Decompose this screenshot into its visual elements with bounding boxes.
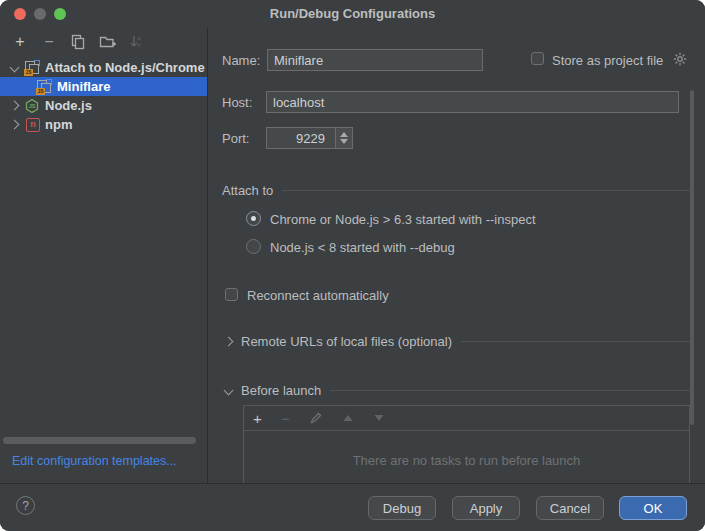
new-folder-button[interactable] (97, 32, 117, 52)
radio-nodejs-debug-label: Node.js < 8 started with --debug (270, 240, 455, 255)
edit-configuration-templates-link[interactable]: Edit configuration templates... (12, 454, 177, 468)
host-label: Host: (222, 95, 252, 110)
tree-item-attach-to-nodejs-chrome[interactable]: JS Attach to Node.js/Chrome (0, 58, 207, 77)
tree-item-label: Miniflare (57, 79, 110, 94)
move-task-up-button triangle-up-icon[interactable] (342, 413, 354, 423)
question-mark-icon: ? (22, 499, 29, 513)
minus-icon: − (44, 34, 53, 50)
copy-configuration-button[interactable] (68, 32, 88, 52)
sidebar-toolbar: + − (0, 28, 207, 56)
attach-nodejs-icon: JS (24, 60, 40, 76)
name-input[interactable] (267, 49, 483, 71)
npm-icon: n (26, 118, 40, 132)
tree-item-label: Node.js (45, 98, 92, 113)
store-as-project-file-label: Store as project file (552, 53, 663, 68)
dialog-content: + − (0, 28, 705, 484)
add-task-button plus-icon[interactable]: + (253, 411, 262, 426)
nodejs-icon: JS (24, 98, 40, 114)
chevron-right-icon[interactable] (10, 120, 20, 130)
apply-button[interactable]: Apply (452, 496, 520, 520)
divider (330, 390, 690, 391)
divider (461, 341, 690, 342)
tree-item-label: npm (45, 117, 72, 132)
sort-alphabetically-icon: a z (128, 34, 144, 50)
stepper-up-icon[interactable] (340, 132, 348, 137)
attach-to-group-header: Attach to (222, 183, 690, 198)
before-launch-group-header[interactable]: Before launch (222, 383, 690, 398)
before-launch-toolbar: + − (244, 406, 689, 431)
radio-chrome-or-nodejs-inspect[interactable] (246, 211, 261, 226)
add-configuration-button[interactable]: + (10, 32, 30, 52)
copy-icon (70, 34, 86, 50)
radio-chrome-or-nodejs-inspect-label: Chrome or Node.js > 6.3 started with --i… (270, 212, 536, 227)
tree-item-label: Attach to Node.js/Chrome (45, 60, 205, 75)
ok-button[interactable]: OK (619, 496, 687, 520)
divider (282, 190, 690, 191)
cancel-button[interactable]: Cancel (536, 496, 604, 520)
plus-icon: + (15, 34, 24, 50)
form-vertical-scrollbar[interactable] (690, 90, 694, 425)
name-label: Name: (222, 53, 260, 68)
svg-text:JS: JS (29, 103, 36, 109)
dialog-footer: ? Debug Apply Cancel OK (0, 483, 705, 531)
before-launch-tasks-panel: + − There are no tasks to run before lau… (243, 405, 690, 484)
host-input[interactable] (266, 91, 679, 113)
configurations-tree: JS Attach to Node.js/Chrome JS Miniflare (0, 58, 207, 134)
svg-text:z: z (138, 42, 141, 48)
attach-to-title: Attach to (222, 183, 273, 198)
dialog-title: Run/Debug Configurations (0, 6, 705, 21)
configurations-sidebar: + − (0, 28, 208, 484)
remote-urls-group-header[interactable]: Remote URLs of local files (optional) (222, 334, 690, 349)
sort-configurations-button[interactable]: a z (126, 32, 146, 52)
attach-nodejs-icon: JS (36, 79, 52, 95)
run-debug-configurations-dialog: Run/Debug Configurations + − (0, 0, 705, 531)
help-button[interactable]: ? (16, 496, 35, 515)
chevron-down-icon[interactable] (10, 63, 20, 73)
configuration-form: Name: Store as project file Host: Port: (208, 28, 705, 484)
port-label: Port: (222, 131, 249, 146)
new-folder-icon (99, 34, 116, 50)
port-input[interactable] (266, 127, 336, 149)
move-task-down-button triangle-down-icon[interactable] (373, 413, 385, 423)
stepper-down-icon[interactable] (340, 139, 348, 144)
before-launch-empty-message: There are no tasks to run before launch (244, 453, 689, 468)
port-stepper[interactable] (336, 127, 353, 149)
tree-item-nodejs[interactable]: JS Node.js (0, 96, 207, 115)
tree-item-npm[interactable]: n npm (0, 115, 207, 134)
debug-button[interactable]: Debug (368, 496, 436, 520)
chevron-right-icon[interactable] (10, 101, 20, 111)
remove-configuration-button[interactable]: − (39, 32, 59, 52)
radio-nodejs-debug[interactable] (246, 239, 261, 254)
store-as-project-file-checkbox[interactable] (531, 52, 544, 65)
chevron-down-icon[interactable] (224, 386, 234, 396)
reconnect-automatically-checkbox[interactable] (225, 288, 238, 301)
chevron-right-icon[interactable] (224, 337, 234, 347)
remote-urls-title: Remote URLs of local files (optional) (241, 334, 452, 349)
edit-task-button pencil-icon[interactable] (309, 411, 323, 425)
sidebar-horizontal-scrollbar[interactable] (3, 437, 196, 444)
svg-text:a: a (137, 35, 141, 41)
title-bar: Run/Debug Configurations (0, 0, 705, 28)
tree-item-miniflare[interactable]: JS Miniflare (0, 77, 207, 96)
reconnect-automatically-label: Reconnect automatically (247, 288, 389, 303)
before-launch-title: Before launch (241, 383, 321, 398)
gear-icon[interactable] (673, 52, 687, 66)
remove-task-button minus-icon[interactable]: − (281, 411, 290, 426)
